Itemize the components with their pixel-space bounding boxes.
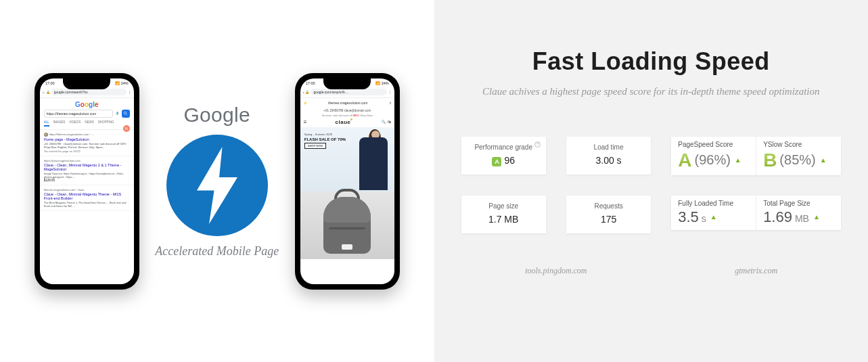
result-title[interactable]: Claue - Clean, Minimal Magento 2 & 1 The… [44, 163, 130, 171]
tile-value: 1.7 MB [465, 214, 542, 225]
url-field[interactable]: google.com/search?sx [51, 89, 127, 95]
result-breadcrumb: ⚡https://themes.magesolution.com › … [44, 133, 130, 137]
result-desc: +01 23456789 · claue@domain.com. Summer … [44, 142, 130, 149]
tile-label: Load time [570, 143, 647, 151]
tab-videos[interactable]: VIDEOS [69, 120, 81, 127]
gtmetrix-yslow-pct: (85%) [779, 152, 815, 168]
gtmetrix-source: gtmetrix.com [671, 266, 841, 276]
amp-caption: Accelerated Mobile Page [155, 244, 279, 258]
google-result-tabs: ALL IMAGES VIDEOS NEWS SHOPPING [40, 118, 134, 130]
gtmetrix-pagespeed-label: PageSpeed Score [678, 141, 749, 148]
google-wordmark: Google [183, 104, 250, 127]
store-header: ≡ claue 🔍 🛍 [300, 117, 394, 127]
gtmetrix-pagespeed-pct: (96%) [694, 152, 730, 168]
search-icon[interactable]: 🔍 [382, 120, 386, 124]
overflow-menu-icon[interactable]: ⋮ [388, 90, 392, 94]
phone-notch [323, 78, 371, 89]
gtmetrix-flt-value: 3.5 [678, 208, 699, 226]
phone-screen: 17:00 📶 24% ‹ 🔒 google.com/amp/s/th… ⋮ ⚡… [300, 78, 394, 284]
back-icon[interactable]: ‹ [303, 90, 304, 94]
amp-panel: 17:00 📶 24% ⌂ 🔒 google.com/search?sx ⋮ N… [0, 0, 434, 362]
phone-google-results: 17:00 📶 24% ⌂ 🔒 google.com/search?sx ⋮ N… [35, 73, 139, 290]
tile-value: 175 [570, 214, 647, 225]
cart-icon[interactable]: 🛍 [388, 120, 391, 124]
result-price: $129.00 [44, 179, 130, 182]
metrics-grid: Performance grade? A96 Load time 3.00 s … [461, 137, 842, 276]
store-logo[interactable]: claue [306, 119, 381, 125]
tile-label: Page size [465, 202, 542, 210]
amp-origin-bar: ⚡ themes.magesolution.com ⇪ [300, 98, 394, 108]
tile-label: Requests [570, 202, 647, 210]
hero-cta-button[interactable]: SHOP NOW [304, 143, 326, 149]
hero-banner[interactable]: Spring – Summer 2020 FLASH SALE OF 70% S… [300, 127, 394, 191]
product-image[interactable] [300, 191, 394, 259]
gtmetrix-tps-label: Total Page Size [763, 200, 834, 207]
result-title[interactable]: Home page - MageSolution [44, 137, 130, 141]
amp-logo-icon [166, 135, 268, 236]
phone-notch [63, 78, 110, 89]
trend-up-icon: ▲ [710, 213, 717, 221]
speed-subhead: Claue achives a highest page speed score… [461, 84, 842, 99]
amp-origin-url: themes.magesolution.com [309, 99, 388, 106]
status-battery: 📶 24% [115, 81, 129, 85]
account-avatar[interactable]: N [123, 125, 130, 132]
pingdom-size-tile: Page size 1.7 MB [461, 196, 546, 233]
trend-up-icon: ▲ [813, 213, 820, 221]
amp-badge-icon: ⚡ [44, 133, 48, 137]
tile-value: A96 [465, 155, 542, 166]
svg-point-0 [124, 112, 127, 114]
mic-icon[interactable] [114, 110, 120, 118]
help-icon[interactable]: ? [534, 141, 541, 148]
pingdom-requests-tile: Requests 175 [566, 196, 651, 233]
gtmetrix-details-card: Fully Loaded Time 3.5s▲ Total Page Size … [671, 196, 841, 230]
gtmetrix-tps-value: 1.69 [763, 208, 792, 226]
tile-label: Performance grade? [465, 143, 542, 151]
hero-title: FLASH SALE OF 70% [304, 137, 346, 141]
pingdom-loadtime-tile: Load time 3.00 s [566, 137, 651, 175]
gtmetrix-scores-card: PageSpeed Score A(96%)▲ YSlow Score B(85… [671, 137, 841, 175]
search-result[interactable]: ⚡https://themes.magesolution.com › … Hom… [40, 130, 134, 156]
grade-badge-a: A [492, 157, 501, 166]
speed-headline: Fast Loading Speed [461, 47, 842, 76]
phone-theme-demo: 17:00 📶 24% ‹ 🔒 google.com/amp/s/th… ⋮ ⚡… [295, 73, 400, 290]
pingdom-perf-tile: Performance grade? A96 [461, 137, 546, 175]
share-icon[interactable]: ⇪ [389, 101, 392, 105]
search-result[interactable]: themes.magesolution.com › claue Claue - … [40, 185, 134, 211]
speed-panel: Fast Loading Speed Claue achives a highe… [434, 0, 869, 362]
trend-up-icon: ▲ [735, 156, 741, 164]
store-contact-bar: +01 23456789 claue@domain.com [300, 108, 394, 114]
result-breadcrumb: https://www.magesolution.com [44, 159, 130, 162]
gtmetrix-pagespeed-grade: A [678, 150, 691, 171]
amp-center-column: Google Accelerated Mobile Page [153, 104, 281, 258]
lock-icon: 🔒 [46, 90, 50, 94]
google-logo: Google [40, 98, 134, 110]
tab-all[interactable]: ALL [44, 120, 49, 127]
google-search-bar[interactable]: https://themes.magesolution.com [44, 110, 130, 118]
tile-value: 3.00 s [570, 155, 647, 166]
search-result[interactable]: https://www.magesolution.com Claue - Cle… [40, 156, 134, 185]
result-desc: Image Sources. https://stocksnap.io ; ht… [44, 172, 130, 179]
result-breadcrumb: themes.magesolution.com › claue [44, 188, 130, 191]
gtmetrix-yslow-label: YSlow Score [763, 141, 834, 148]
phone-screen: 17:00 📶 24% ⌂ 🔒 google.com/search?sx ⋮ N… [40, 78, 134, 284]
status-battery: 📶 24% [375, 81, 389, 85]
result-desc: The Best Magento Theme. |. PurchaseView … [44, 201, 130, 208]
tab-images[interactable]: IMAGES [53, 120, 66, 127]
hero-season: Spring – Summer 2020 [304, 133, 346, 136]
url-field[interactable]: google.com/amp/s/th… [311, 89, 386, 95]
trend-up-icon: ▲ [820, 156, 827, 164]
search-button[interactable] [122, 110, 130, 118]
lock-icon: 🔒 [305, 90, 309, 94]
overflow-menu-icon[interactable]: ⋮ [128, 90, 131, 94]
hero-model-image [351, 129, 393, 191]
tab-news[interactable]: NEWS [85, 120, 94, 127]
tab-shopping[interactable]: SHOPPING [98, 120, 114, 127]
search-input[interactable]: https://themes.magesolution.com [44, 110, 113, 118]
status-time: 17:00 [45, 81, 55, 85]
gtmetrix-flt-label: Fully Loaded Time [678, 200, 749, 207]
pingdom-source: tools.pingdom.com [461, 266, 652, 276]
home-icon: ⌂ [43, 90, 45, 94]
result-title[interactable]: Claue - Clean, Minimal Magento Theme - M… [44, 192, 130, 200]
gtmetrix-yslow-grade: B [763, 150, 777, 171]
status-time: 17:00 [306, 81, 315, 85]
